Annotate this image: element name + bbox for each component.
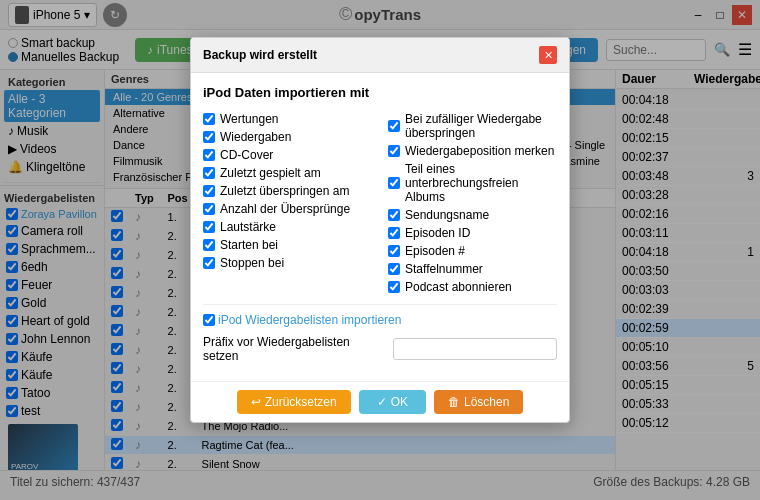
- modal-title: Backup wird erstellt: [203, 48, 317, 62]
- cdcover-cb[interactable]: [203, 149, 215, 161]
- option-lautstaerke[interactable]: Lautstärke: [203, 218, 372, 236]
- option-zufaellig[interactable]: Bei zufälliger Wiedergabe überspringen: [388, 110, 557, 142]
- option-zuletzt-uebersprungen[interactable]: Zuletzt überspringen am: [203, 182, 372, 200]
- modal-options: Wertungen Wiedergaben CD-Cover Zuletzt g…: [203, 110, 557, 296]
- wiedergaben-cb[interactable]: [203, 131, 215, 143]
- modal-overlay: Backup wird erstellt ✕ iPod Daten import…: [0, 0, 760, 500]
- zuletzt-gespielt-cb[interactable]: [203, 167, 215, 179]
- sendungsname-cb[interactable]: [388, 209, 400, 221]
- modal-close-button[interactable]: ✕: [539, 46, 557, 64]
- option-wertungen[interactable]: Wertungen: [203, 110, 372, 128]
- import-playlists-link[interactable]: iPod Wiedergabelisten importieren: [203, 313, 557, 327]
- prefix-label: Präfix vor Wiedergabelisten setzen: [203, 335, 387, 363]
- modal-col-right: Bei zufälliger Wiedergabe überspringen W…: [388, 110, 557, 296]
- starten-cb[interactable]: [203, 239, 215, 251]
- import-playlists-cb[interactable]: [203, 314, 215, 326]
- prefix-row: Präfix vor Wiedergabelisten setzen: [203, 335, 557, 363]
- option-zuletzt-gespielt[interactable]: Zuletzt gespielt am: [203, 164, 372, 182]
- ok-button[interactable]: ✓ OK: [359, 390, 426, 414]
- option-staffelnummer[interactable]: Staffelnummer: [388, 260, 557, 278]
- delete-button[interactable]: 🗑 Löschen: [434, 390, 523, 414]
- modal-col-left: Wertungen Wiedergaben CD-Cover Zuletzt g…: [203, 110, 372, 296]
- option-wiedergaben[interactable]: Wiedergaben: [203, 128, 372, 146]
- option-cdcover[interactable]: CD-Cover: [203, 146, 372, 164]
- option-episoden-id[interactable]: Episoden ID: [388, 224, 557, 242]
- option-podcast[interactable]: Podcast abonnieren: [388, 278, 557, 296]
- option-stoppen[interactable]: Stoppen bei: [203, 254, 372, 272]
- unterbrechungsfrei-cb[interactable]: [388, 177, 400, 189]
- modal-subtitle: iPod Daten importieren mit: [203, 85, 557, 100]
- episoden-hash-cb[interactable]: [388, 245, 400, 257]
- ok-icon: ✓: [377, 395, 387, 409]
- delete-icon: 🗑: [448, 395, 460, 409]
- modal-divider: [203, 304, 557, 305]
- modal-header: Backup wird erstellt ✕: [191, 38, 569, 73]
- option-unterbrechungsfrei[interactable]: Teil eines unterbrechungsfreien Albums: [388, 160, 557, 206]
- option-anzahl[interactable]: Anzahl der Übersprünge: [203, 200, 372, 218]
- anzahl-cb[interactable]: [203, 203, 215, 215]
- option-wiedergabepos[interactable]: Wiedergabeposition merken: [388, 142, 557, 160]
- podcast-cb[interactable]: [388, 281, 400, 293]
- prefix-input[interactable]: [393, 338, 557, 360]
- zufaellig-cb[interactable]: [388, 120, 400, 132]
- wiedergabepos-cb[interactable]: [388, 145, 400, 157]
- lautstaerke-cb[interactable]: [203, 221, 215, 233]
- staffelnummer-cb[interactable]: [388, 263, 400, 275]
- import-modal: Backup wird erstellt ✕ iPod Daten import…: [190, 37, 570, 423]
- modal-body: iPod Daten importieren mit Wertungen Wie…: [191, 73, 569, 381]
- episoden-id-cb[interactable]: [388, 227, 400, 239]
- wertungen-cb[interactable]: [203, 113, 215, 125]
- modal-footer: ↩ Zurücksetzen ✓ OK 🗑 Löschen: [191, 381, 569, 422]
- undo-icon: ↩: [251, 395, 261, 409]
- option-starten[interactable]: Starten bei: [203, 236, 372, 254]
- stoppen-cb[interactable]: [203, 257, 215, 269]
- option-episoden-hash[interactable]: Episoden #: [388, 242, 557, 260]
- option-sendungsname[interactable]: Sendungsname: [388, 206, 557, 224]
- reset-button[interactable]: ↩ Zurücksetzen: [237, 390, 351, 414]
- zuletzt-uebersprungen-cb[interactable]: [203, 185, 215, 197]
